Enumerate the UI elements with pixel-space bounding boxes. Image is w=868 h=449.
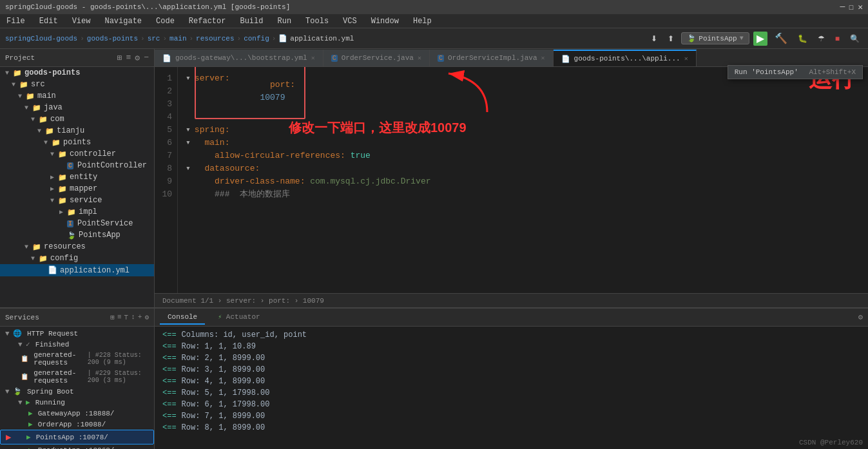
sidebar-icon-group[interactable]: ⊞ ≡ ⚙ − [117, 53, 149, 63]
breadcrumb-main[interactable]: main [169, 35, 186, 43]
tab-orderservice[interactable]: C OrderService.java ✕ [323, 50, 430, 66]
tree-goodspoints[interactable]: ▼ 📁 goods-points [0, 67, 154, 79]
minimize-btn[interactable]: — [840, 2, 845, 12]
svc-request-228[interactable]: 📋 generated-requests | #228 Status: 200 … [0, 350, 154, 368]
tab-applicationyml-close[interactable]: ✕ [684, 55, 688, 62]
menu-build[interactable]: Build [237, 15, 265, 27]
tree-config[interactable]: ▼ 📁 config [0, 253, 154, 264]
menu-refactor[interactable]: Refactor [186, 15, 229, 27]
code-driver-key: driver-class-name: [195, 175, 310, 188]
tree-entity[interactable]: ▶ 📁 entity [0, 171, 154, 183]
svc-orderapp[interactable]: ▶ OrderApp :10088/ [0, 419, 154, 430]
breadcrumb-resources[interactable]: resources [196, 35, 234, 43]
svc-pointsapp[interactable]: ▶ ▶ PointsApp :10078/ [0, 430, 154, 444]
svc-http-request[interactable]: ▼ 🌐 HTTP Request [0, 328, 154, 339]
svc-springboot[interactable]: ▼ 🍃 Spring Boot [0, 386, 154, 397]
svc-running-group[interactable]: ▼ ▶ Running [0, 397, 154, 408]
services-icon-group[interactable]: ⊞ ≡ ⊤ ↕ + ⚙ [110, 313, 149, 321]
tree-resources-label: resources [44, 242, 86, 251]
java-folder-icon: 📁 [32, 104, 41, 112]
breadcrumb-src[interactable]: src [148, 35, 160, 43]
window-controls[interactable]: — ☐ ✕ [840, 2, 863, 12]
tab-applicationyml[interactable]: 📄 goods-points\...\appli... ✕ [554, 50, 697, 66]
tree-src[interactable]: ▼ 📁 src [0, 79, 154, 90]
menu-edit[interactable]: Edit [37, 15, 61, 27]
menu-window[interactable]: Window [369, 15, 401, 27]
search-btn[interactable]: 🔍 [847, 32, 863, 45]
tree-controller[interactable]: ▼ 📁 controller [0, 148, 154, 160]
menu-file[interactable]: File [4, 15, 28, 27]
svc-request-229[interactable]: 📋 generated-requests | #229 Status: 200 … [0, 368, 154, 386]
arrow-8: <== [162, 422, 177, 434]
bottom-panel: Services ⊞ ≡ ⊤ ↕ + ⚙ ▼ 🌐 HTTP Request ▼ … [0, 307, 868, 449]
tree-pointservice-label: PointService [77, 219, 133, 228]
close-btn[interactable]: ✕ [858, 2, 863, 12]
tab-bootstrap[interactable]: 📄 goods-gateway\...\bootstrap.yml ✕ [155, 50, 323, 66]
tab-actuator[interactable]: ⚡ Actuator [210, 310, 267, 325]
tree-points[interactable]: ▼ 📁 points [0, 137, 154, 148]
console-line-4: <== Row: 4, 1, 8999.00 [162, 376, 860, 387]
port-highlight-box: port: 10079 [195, 67, 305, 119]
menu-run[interactable]: Run [275, 15, 294, 27]
breadcrumb-goodspoints[interactable]: goods-points [87, 35, 138, 43]
tab-orderserviceimpl[interactable]: C OrderServiceImpl.java ✕ [430, 50, 554, 66]
coverage-btn[interactable]: ☂ [815, 32, 828, 45]
svc-gatewayapp[interactable]: ▶ GatewayApp :18888/ [0, 408, 154, 419]
stop-btn[interactable]: ■ [832, 32, 843, 45]
build-btn[interactable]: 🔨 [771, 30, 791, 46]
breadcrumb-config[interactable]: config [244, 35, 269, 43]
console-line-0: <== Columns: id, user_id, point [162, 329, 860, 341]
code-body[interactable]: ▾ server: ▾ port: 10079 ▾ [178, 67, 868, 293]
svc-expand-icon[interactable]: ⊞ [110, 313, 115, 321]
tree-java[interactable]: ▼ 📁 java [0, 102, 154, 113]
svc-productapp[interactable]: ▶ ProductApp :10068/ [0, 444, 154, 449]
menu-help[interactable]: Help [410, 15, 434, 27]
settings-icon[interactable]: ⚙ [135, 53, 140, 63]
line-num-2: 2 [155, 85, 177, 98]
menu-navigate[interactable]: Navigate [102, 15, 144, 27]
tab-orderserviceimpl-close[interactable]: ✕ [541, 54, 545, 62]
svc-add-icon[interactable]: + [138, 313, 142, 321]
svc-collapse-icon[interactable]: ≡ [117, 313, 122, 321]
tree-tianju[interactable]: ▼ 📁 tianju [0, 125, 154, 137]
tree-pointsapp[interactable]: ▶ 🍃 PointsApp [0, 229, 154, 241]
console-line-5: <== Row: 5, 1, 17998.00 [162, 387, 860, 399]
menu-code[interactable]: Code [153, 15, 177, 27]
arrow-6: <== [162, 399, 177, 410]
code-editor[interactable]: 1 2 3 4 5 6 7 8 9 10 ▾ server: [155, 67, 868, 293]
run-config-selector[interactable]: 🍃 PointsApp ▼ [681, 32, 749, 44]
svc-filter-icon[interactable]: ⊤ [124, 313, 129, 321]
tree-mapper[interactable]: ▶ 📁 mapper [0, 183, 154, 195]
console-settings-icon[interactable]: ⚙ [858, 312, 863, 322]
tab-orderservice-close[interactable]: ✕ [418, 54, 421, 62]
tree-com[interactable]: ▼ 📁 com [0, 113, 154, 125]
tab-bootstrap-label: goods-gateway\...\bootstrap.yml [175, 54, 307, 62]
tree-impl[interactable]: ▶ 📁 impl [0, 206, 154, 218]
tab-console[interactable]: Console [160, 310, 205, 325]
svc-request-228-label: generated-requests [34, 351, 82, 367]
menu-vcs[interactable]: VCS [340, 15, 360, 27]
run-button[interactable]: ▶ [753, 32, 767, 46]
tree-service[interactable]: ▼ 📁 service [0, 195, 154, 206]
svc-finished[interactable]: ▼ ✓ Finished [0, 339, 154, 350]
tree-resources[interactable]: ▼ 📁 resources [0, 241, 154, 253]
menu-tools[interactable]: Tools [303, 15, 331, 27]
svc-sort-icon[interactable]: ↕ [131, 313, 135, 321]
tree-pointservice[interactable]: ▶ I PointService [0, 218, 154, 229]
breadcrumb-springcloud[interactable]: springCloud-goods [5, 35, 77, 43]
orderapp-run-icon: ▶ [28, 420, 33, 428]
menu-view[interactable]: View [70, 15, 93, 27]
collapse-all-icon[interactable]: ⊞ [117, 53, 122, 63]
breadcrumb-filename[interactable]: application.yml [290, 35, 354, 43]
tab-bootstrap-close[interactable]: ✕ [311, 54, 315, 62]
svc-settings-icon[interactable]: ⚙ [144, 313, 149, 321]
expand-all-icon[interactable]: ≡ [126, 53, 131, 63]
tree-pointcontroller[interactable]: ▶ C PointController [0, 160, 154, 171]
tree-applicationyml[interactable]: ▶ 📄 application.yml [0, 264, 154, 276]
vcs-push-btn[interactable]: ⬆ [664, 32, 677, 45]
debug-btn[interactable]: 🐛 [795, 32, 811, 45]
vcs-update-btn[interactable]: ⬇ [648, 32, 661, 45]
hide-icon[interactable]: − [144, 53, 149, 63]
maximize-btn[interactable]: ☐ [849, 2, 854, 12]
tree-main[interactable]: ▼ 📁 main [0, 90, 154, 102]
